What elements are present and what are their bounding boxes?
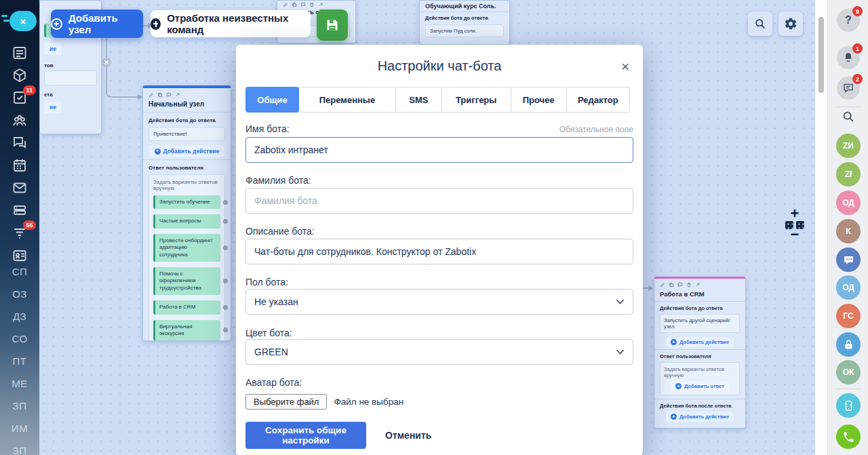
messages-button[interactable]: 2 xyxy=(837,77,860,100)
avatar[interactable]: ZI xyxy=(836,162,861,186)
connect-icon[interactable] xyxy=(695,282,701,288)
bot-color-value: GREEN xyxy=(254,347,288,357)
tab-triggers[interactable]: Триггеры xyxy=(441,87,511,113)
sidebar-item-pt[interactable]: ПТ xyxy=(0,355,39,367)
app-window: узел ие тов ета ие Запустить обучение до… xyxy=(0,0,868,455)
bot-name-input[interactable]: Zabotix интранет xyxy=(245,137,633,163)
chats-icon[interactable] xyxy=(12,135,28,151)
bot-lastname-input[interactable]: Фамилия бота xyxy=(245,188,633,214)
save-scenario-button[interactable] xyxy=(317,9,348,41)
copy-icon[interactable] xyxy=(669,282,674,288)
add-answer-link[interactable]: + Добавить ответ xyxy=(671,381,729,391)
collapse-menu-button[interactable]: × xyxy=(9,11,37,31)
employees-icon[interactable] xyxy=(12,113,28,129)
answer-chip[interactable]: Частые вопросы xyxy=(153,214,220,228)
action-item[interactable]: Запустить другой сценарий/узел xyxy=(660,314,740,333)
feed-icon[interactable] xyxy=(12,45,28,61)
vertical-scrollbar-thumb[interactable] xyxy=(818,17,824,93)
action-item[interactable]: Приветствие! xyxy=(149,127,225,141)
sidebar-item-zp[interactable]: ЗП xyxy=(0,400,39,412)
zoom-in-button[interactable]: + xyxy=(781,207,808,220)
bot-color-select[interactable]: GREEN xyxy=(245,339,633,365)
avatar[interactable]: ОК xyxy=(836,360,861,384)
delete-icon[interactable] xyxy=(309,2,315,7)
contact-search-button[interactable] xyxy=(841,109,856,127)
avatar[interactable]: ОД xyxy=(836,191,861,215)
edit-icon[interactable] xyxy=(283,2,288,7)
canvas-zoom-control[interactable]: + − xyxy=(781,207,808,239)
sidebar-item-so[interactable]: СО xyxy=(0,333,39,344)
edit-icon[interactable] xyxy=(660,282,665,288)
edit-icon[interactable] xyxy=(149,92,154,98)
avatar[interactable]: К xyxy=(836,219,861,243)
save-settings-button[interactable]: Сохранить общие настройки xyxy=(245,422,366,449)
calendar-icon[interactable] xyxy=(12,157,28,174)
node-title: Работа в CRM xyxy=(660,290,740,298)
bot-gender-select[interactable]: Не указан xyxy=(245,289,633,315)
chevron-down-icon xyxy=(616,349,625,355)
connect-icon[interactable] xyxy=(175,92,180,98)
comment-icon[interactable] xyxy=(300,2,306,7)
chat-lines-icon xyxy=(842,82,854,94)
notifications-badge: 1 xyxy=(852,43,863,54)
mail-icon[interactable] xyxy=(12,180,28,196)
help-button[interactable]: ? 9 xyxy=(837,9,860,32)
add-node-button[interactable]: Добавить узел xyxy=(51,9,143,38)
tab-editor[interactable]: Редактор xyxy=(566,87,630,113)
answer-chip[interactable]: Работа в CRM xyxy=(153,300,220,314)
cancel-button[interactable]: Отменить xyxy=(385,430,431,441)
choose-file-button[interactable]: Выберите файл xyxy=(245,394,327,410)
node-course[interactable]: Обучающий курс Соль. Действия бота до от… xyxy=(419,0,510,45)
mobile-app-button[interactable] xyxy=(836,393,861,418)
drive-icon[interactable] xyxy=(12,202,28,218)
canvas-settings-button[interactable] xyxy=(778,12,803,36)
sidebar-item-zp2[interactable]: ЗП xyxy=(0,445,39,455)
tab-sms[interactable]: SMS xyxy=(395,87,442,113)
close-icon[interactable]: × xyxy=(621,60,629,73)
add-action-link[interactable]: + Добавить действие xyxy=(666,337,734,347)
call-button[interactable] xyxy=(836,424,861,449)
copy-icon[interactable] xyxy=(292,2,297,7)
comment-icon[interactable] xyxy=(677,282,683,288)
tab-general[interactable]: Общие xyxy=(245,87,299,113)
tab-other[interactable]: Прочее xyxy=(511,87,567,113)
zoom-out-button[interactable]: − xyxy=(781,231,808,239)
unknown-commands-button[interactable]: Отработка неизвестных команд xyxy=(151,10,311,37)
action-item[interactable]: Запустим Пуд соли. xyxy=(425,24,504,37)
avatar[interactable]: ZИ xyxy=(836,134,861,158)
bot-description-input[interactable]: Чат-боты для сотрудников. Конструктор от… xyxy=(245,239,633,264)
avatar[interactable]: ОД xyxy=(836,275,861,300)
copy-icon[interactable] xyxy=(157,92,163,98)
node-crm[interactable]: Работа в CRM Действия бота до ответа Зап… xyxy=(654,277,746,429)
answer-chip[interactable]: Провести онбординг/ адаптацию сотрудника xyxy=(153,234,220,262)
lock-icon xyxy=(842,338,855,351)
products-icon[interactable] xyxy=(12,67,28,83)
sidebar-item-sp[interactable]: СП xyxy=(0,266,39,277)
add-action-after-link[interactable]: + Добавить действие xyxy=(666,412,734,422)
sidebar-item-im[interactable]: ИМ xyxy=(0,422,39,434)
add-action-link[interactable]: + Добавить действие xyxy=(149,145,225,157)
sidebar-item-dz[interactable]: ДЗ xyxy=(0,311,39,322)
logo-decoration xyxy=(3,20,9,22)
idcard-icon[interactable] xyxy=(12,248,28,264)
answer-chip[interactable]: Виртуальная экскурсия xyxy=(153,320,220,341)
required-field-note: Обязательное поле xyxy=(559,125,633,134)
add-link-fragment[interactable]: ие xyxy=(44,101,62,113)
sidebar-item-oz[interactable]: ОЗ xyxy=(0,288,39,300)
private-chat-avatar[interactable] xyxy=(836,332,861,357)
group-chat-avatar[interactable] xyxy=(836,248,861,272)
notifications-button[interactable]: 1 xyxy=(837,46,860,69)
answer-chip[interactable]: Помочь с оформлением трудоустройства xyxy=(153,267,220,295)
add-link-fragment[interactable]: ие xyxy=(44,43,62,55)
sidebar-item-me[interactable]: МЕ xyxy=(0,378,39,389)
vertical-scrollbar-track[interactable] xyxy=(815,0,827,455)
help-badge: 9 xyxy=(852,6,863,16)
canvas-search-button[interactable] xyxy=(748,12,772,36)
comment-icon[interactable] xyxy=(166,92,172,98)
delete-icon[interactable] xyxy=(686,282,692,288)
node-start[interactable]: Начальный узел Действия бота до ответа П… xyxy=(142,85,231,341)
tab-variables[interactable]: Переменные xyxy=(298,87,396,113)
avatar[interactable]: ГС xyxy=(836,304,861,328)
connect-icon[interactable] xyxy=(318,2,323,7)
answer-chip[interactable]: Запустить обучение xyxy=(153,195,220,209)
